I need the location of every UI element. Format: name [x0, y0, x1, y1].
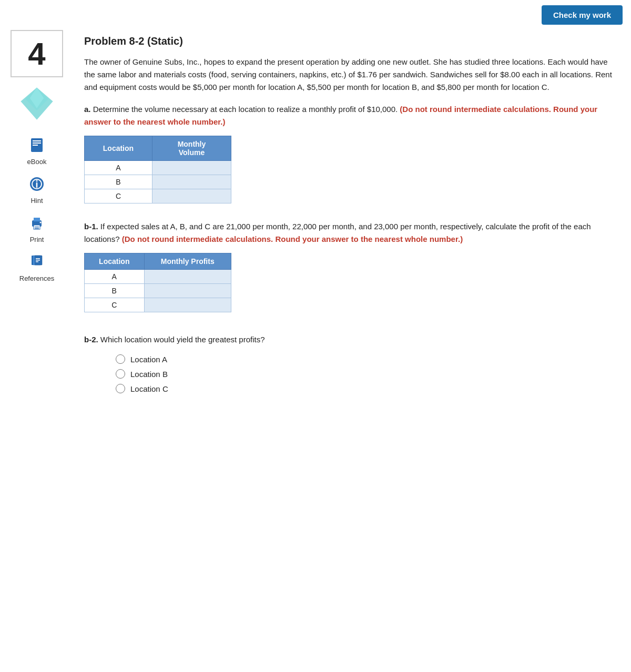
sidebar: 4 eBook [0, 30, 74, 290]
radio-label-a: Location A [130, 355, 167, 364]
ebook-icon [29, 137, 45, 157]
radio-input-a[interactable] [116, 354, 125, 364]
part-b1-section: b-1. If expected sales at A, B, and C ar… [84, 220, 615, 312]
table-row: B [85, 284, 231, 298]
radio-location-c[interactable]: Location C [116, 384, 615, 393]
radio-label-b: Location B [130, 370, 168, 379]
profit-c-cell[interactable] [144, 298, 231, 312]
table-row: A [85, 161, 231, 175]
radio-input-c[interactable] [116, 384, 125, 393]
svg-rect-5 [33, 142, 41, 144]
profit-c-input[interactable] [159, 299, 217, 311]
part-a-description: Determine the volume necessary at each l… [93, 105, 398, 114]
radio-input-b[interactable] [116, 369, 125, 379]
radio-group-locations: Location A Location B Location C [116, 354, 615, 393]
hint-label: Hint [30, 197, 43, 205]
profit-location-c: C [85, 298, 145, 312]
part-b1-col-profits: Monthly Profits [144, 253, 231, 270]
part-b2-section: b-2. Which location would yield the grea… [84, 333, 615, 393]
part-b1-instruction: (Do not round intermediate calculations.… [122, 235, 463, 243]
references-label: References [19, 274, 54, 282]
sidebar-item-references[interactable]: References [0, 251, 74, 286]
profit-a-cell[interactable] [144, 270, 231, 284]
svg-point-16 [40, 222, 42, 223]
part-b2-text: b-2. Which location would yield the grea… [84, 333, 615, 346]
volume-a-cell[interactable] [152, 161, 231, 175]
radio-label-c: Location C [130, 384, 168, 393]
volume-b-cell[interactable] [152, 175, 231, 189]
part-a-label: a. [84, 105, 91, 114]
part-a-text: a. Determine the volume necessary at eac… [84, 103, 615, 128]
radio-location-a[interactable]: Location A [116, 354, 615, 364]
references-icon [29, 254, 45, 273]
svg-rect-4 [33, 140, 41, 141]
location-b: B [85, 175, 152, 189]
table-row: A [85, 270, 231, 284]
svg-rect-14 [35, 227, 39, 228]
table-row: C [85, 189, 231, 203]
top-bar: Check my work [0, 0, 631, 30]
problem-description: The owner of Genuine Subs, Inc., hopes t… [84, 56, 615, 94]
part-b1-table: Location Monthly Profits A B [84, 253, 231, 312]
location-a: A [85, 161, 152, 175]
sidebar-item-ebook[interactable]: eBook [0, 134, 74, 169]
part-a-col-location: Location [85, 136, 152, 161]
profit-location-a: A [85, 270, 145, 284]
volume-a-input[interactable] [162, 161, 220, 174]
svg-rect-15 [35, 228, 39, 229]
table-row: C [85, 298, 231, 312]
hint-icon [29, 176, 45, 196]
svg-rect-20 [36, 258, 40, 259]
sidebar-item-print[interactable]: Print [0, 212, 74, 247]
volume-c-input[interactable] [162, 190, 220, 202]
part-a-col-volume: MonthlyVolume [152, 136, 231, 161]
content-area: Problem 8-2 (Static) The owner of Genuin… [74, 30, 631, 409]
part-a-table-wrapper: Location MonthlyVolume A B [84, 136, 615, 203]
svg-rect-6 [33, 145, 38, 146]
diamond-icon [16, 83, 58, 125]
volume-c-cell[interactable] [152, 189, 231, 203]
part-b2-description: Which location would yield the greatest … [100, 335, 265, 344]
part-b1-label: b-1. [84, 222, 98, 231]
sidebar-item-hint[interactable]: Hint [0, 173, 74, 208]
part-b1-table-wrapper: Location Monthly Profits A B [84, 253, 615, 312]
svg-rect-22 [36, 261, 38, 262]
print-icon [29, 215, 45, 235]
svg-point-9 [36, 180, 38, 182]
part-b1-text: b-1. If expected sales at A, B, and C ar… [84, 220, 615, 246]
part-b1-col-location: Location [85, 253, 145, 270]
part-a-section: a. Determine the volume necessary at eac… [84, 103, 615, 203]
svg-rect-21 [36, 260, 40, 261]
problem-title: Problem 8-2 (Static) [84, 35, 615, 47]
print-label: Print [30, 236, 44, 243]
table-row: B [85, 175, 231, 189]
svg-rect-12 [34, 218, 40, 221]
profit-location-b: B [85, 284, 145, 298]
profit-b-input[interactable] [159, 284, 217, 297]
profit-a-input[interactable] [159, 270, 217, 283]
part-b2-label: b-2. [84, 335, 98, 344]
location-c: C [85, 189, 152, 203]
part-a-table: Location MonthlyVolume A B [84, 136, 231, 203]
ebook-label: eBook [27, 158, 47, 166]
main-layout: 4 eBook [0, 30, 631, 409]
problem-number-box: 4 [11, 30, 63, 77]
problem-number: 4 [28, 36, 45, 72]
volume-b-input[interactable] [162, 176, 220, 188]
profit-b-cell[interactable] [144, 284, 231, 298]
check-my-work-button[interactable]: Check my work [542, 5, 623, 25]
radio-location-b[interactable]: Location B [116, 369, 615, 379]
